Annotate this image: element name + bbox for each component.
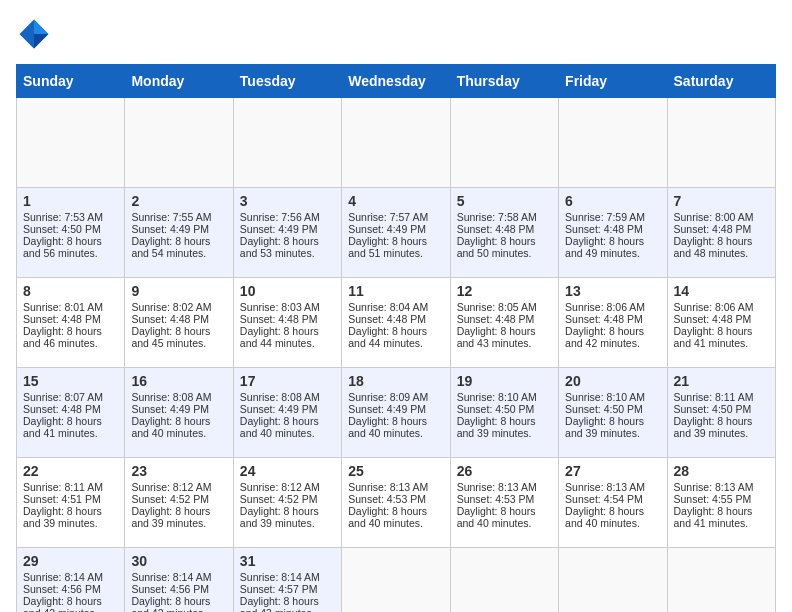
day-number: 27 — [565, 463, 660, 479]
sunset-text: Sunset: 4:50 PM — [23, 223, 101, 235]
daylight-text: Daylight: 8 hours and 41 minutes. — [23, 415, 102, 439]
daylight-text: Daylight: 8 hours and 49 minutes. — [565, 235, 644, 259]
calendar-week-row: 15Sunrise: 8:07 AMSunset: 4:48 PMDayligh… — [17, 368, 776, 458]
day-number: 1 — [23, 193, 118, 209]
day-number: 18 — [348, 373, 443, 389]
sunset-text: Sunset: 4:57 PM — [240, 583, 318, 595]
calendar-day-cell: 20Sunrise: 8:10 AMSunset: 4:50 PMDayligh… — [559, 368, 667, 458]
day-number: 20 — [565, 373, 660, 389]
sunrise-text: Sunrise: 8:04 AM — [348, 301, 428, 313]
calendar-day-cell: 8Sunrise: 8:01 AMSunset: 4:48 PMDaylight… — [17, 278, 125, 368]
sunrise-text: Sunrise: 8:08 AM — [131, 391, 211, 403]
day-number: 12 — [457, 283, 552, 299]
day-number: 28 — [674, 463, 769, 479]
sunset-text: Sunset: 4:48 PM — [674, 313, 752, 325]
sunset-text: Sunset: 4:55 PM — [674, 493, 752, 505]
day-number: 13 — [565, 283, 660, 299]
calendar-day-cell: 9Sunrise: 8:02 AMSunset: 4:48 PMDaylight… — [125, 278, 233, 368]
sunrise-text: Sunrise: 8:11 AM — [23, 481, 103, 493]
calendar-day-cell: 1Sunrise: 7:53 AMSunset: 4:50 PMDaylight… — [17, 188, 125, 278]
calendar-day-cell — [342, 98, 450, 188]
day-number: 25 — [348, 463, 443, 479]
calendar-day-cell: 15Sunrise: 8:07 AMSunset: 4:48 PMDayligh… — [17, 368, 125, 458]
calendar-day-cell: 25Sunrise: 8:13 AMSunset: 4:53 PMDayligh… — [342, 458, 450, 548]
sunset-text: Sunset: 4:56 PM — [23, 583, 101, 595]
sunset-text: Sunset: 4:49 PM — [131, 223, 209, 235]
svg-marker-2 — [34, 34, 48, 48]
sunset-text: Sunset: 4:49 PM — [240, 223, 318, 235]
sunrise-text: Sunrise: 8:00 AM — [674, 211, 754, 223]
day-number: 6 — [565, 193, 660, 209]
daylight-text: Daylight: 8 hours and 42 minutes. — [565, 325, 644, 349]
day-number: 30 — [131, 553, 226, 569]
sunset-text: Sunset: 4:50 PM — [565, 403, 643, 415]
sunset-text: Sunset: 4:48 PM — [23, 313, 101, 325]
calendar-day-header: Sunday — [17, 65, 125, 98]
calendar-day-header: Thursday — [450, 65, 558, 98]
logo-icon — [16, 16, 52, 52]
sunset-text: Sunset: 4:48 PM — [23, 403, 101, 415]
sunset-text: Sunset: 4:52 PM — [131, 493, 209, 505]
sunrise-text: Sunrise: 8:13 AM — [348, 481, 428, 493]
daylight-text: Daylight: 8 hours and 40 minutes. — [565, 505, 644, 529]
calendar-day-cell: 12Sunrise: 8:05 AMSunset: 4:48 PMDayligh… — [450, 278, 558, 368]
calendar-day-cell — [559, 548, 667, 613]
sunrise-text: Sunrise: 8:09 AM — [348, 391, 428, 403]
calendar-week-row: 22Sunrise: 8:11 AMSunset: 4:51 PMDayligh… — [17, 458, 776, 548]
daylight-text: Daylight: 8 hours and 53 minutes. — [240, 235, 319, 259]
calendar-week-row: 8Sunrise: 8:01 AMSunset: 4:48 PMDaylight… — [17, 278, 776, 368]
day-number: 4 — [348, 193, 443, 209]
calendar-day-header: Tuesday — [233, 65, 341, 98]
day-number: 2 — [131, 193, 226, 209]
calendar-day-cell — [450, 548, 558, 613]
sunset-text: Sunset: 4:48 PM — [457, 223, 535, 235]
calendar-day-cell: 27Sunrise: 8:13 AMSunset: 4:54 PMDayligh… — [559, 458, 667, 548]
sunrise-text: Sunrise: 8:10 AM — [457, 391, 537, 403]
sunrise-text: Sunrise: 7:58 AM — [457, 211, 537, 223]
calendar-week-row: 29Sunrise: 8:14 AMSunset: 4:56 PMDayligh… — [17, 548, 776, 613]
daylight-text: Daylight: 8 hours and 39 minutes. — [674, 415, 753, 439]
daylight-text: Daylight: 8 hours and 40 minutes. — [457, 505, 536, 529]
sunrise-text: Sunrise: 8:03 AM — [240, 301, 320, 313]
sunrise-text: Sunrise: 8:05 AM — [457, 301, 537, 313]
day-number: 22 — [23, 463, 118, 479]
day-number: 16 — [131, 373, 226, 389]
calendar-day-cell: 13Sunrise: 8:06 AMSunset: 4:48 PMDayligh… — [559, 278, 667, 368]
sunrise-text: Sunrise: 8:06 AM — [565, 301, 645, 313]
calendar-day-cell: 19Sunrise: 8:10 AMSunset: 4:50 PMDayligh… — [450, 368, 558, 458]
calendar-day-cell — [450, 98, 558, 188]
calendar-day-cell: 7Sunrise: 8:00 AMSunset: 4:48 PMDaylight… — [667, 188, 775, 278]
sunset-text: Sunset: 4:49 PM — [348, 403, 426, 415]
calendar-day-cell — [17, 98, 125, 188]
day-number: 7 — [674, 193, 769, 209]
sunrise-text: Sunrise: 8:06 AM — [674, 301, 754, 313]
calendar-day-cell: 6Sunrise: 7:59 AMSunset: 4:48 PMDaylight… — [559, 188, 667, 278]
daylight-text: Daylight: 8 hours and 40 minutes. — [348, 505, 427, 529]
svg-marker-3 — [20, 34, 34, 48]
daylight-text: Daylight: 8 hours and 45 minutes. — [131, 325, 210, 349]
daylight-text: Daylight: 8 hours and 40 minutes. — [131, 415, 210, 439]
logo — [16, 16, 56, 52]
sunrise-text: Sunrise: 8:13 AM — [674, 481, 754, 493]
sunrise-text: Sunrise: 8:11 AM — [674, 391, 754, 403]
calendar-table: SundayMondayTuesdayWednesdayThursdayFrid… — [16, 64, 776, 612]
day-number: 17 — [240, 373, 335, 389]
day-number: 14 — [674, 283, 769, 299]
day-number: 11 — [348, 283, 443, 299]
sunrise-text: Sunrise: 8:07 AM — [23, 391, 103, 403]
daylight-text: Daylight: 8 hours and 43 minutes. — [457, 325, 536, 349]
daylight-text: Daylight: 8 hours and 39 minutes. — [23, 505, 102, 529]
calendar-day-header: Monday — [125, 65, 233, 98]
day-number: 31 — [240, 553, 335, 569]
sunrise-text: Sunrise: 7:57 AM — [348, 211, 428, 223]
sunrise-text: Sunrise: 8:08 AM — [240, 391, 320, 403]
daylight-text: Daylight: 8 hours and 46 minutes. — [23, 325, 102, 349]
day-number: 26 — [457, 463, 552, 479]
svg-marker-1 — [34, 20, 48, 34]
calendar-day-cell — [342, 548, 450, 613]
sunset-text: Sunset: 4:49 PM — [348, 223, 426, 235]
calendar-day-cell: 28Sunrise: 8:13 AMSunset: 4:55 PMDayligh… — [667, 458, 775, 548]
daylight-text: Daylight: 8 hours and 48 minutes. — [674, 235, 753, 259]
calendar-week-row — [17, 98, 776, 188]
sunrise-text: Sunrise: 8:14 AM — [23, 571, 103, 583]
